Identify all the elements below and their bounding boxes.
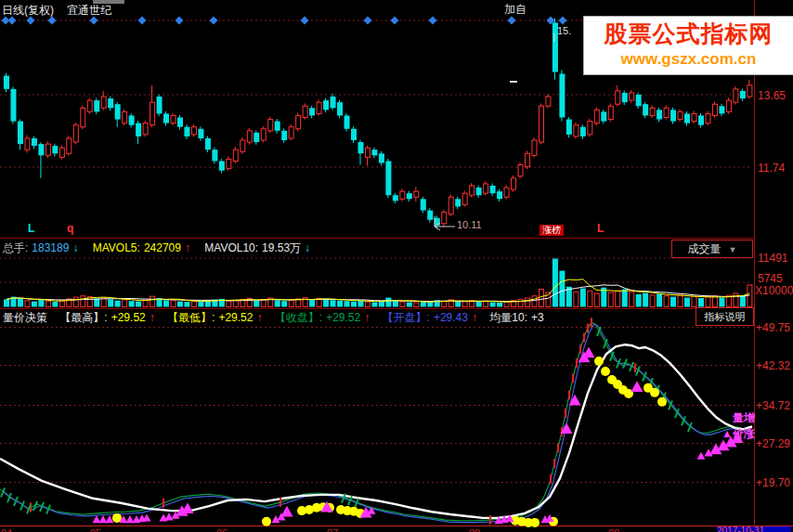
high-arrow-icon: ↑ <box>150 311 155 324</box>
indicator-help-button[interactable]: 指标说明 <box>696 307 754 326</box>
high-price-label: 15. <box>557 26 571 36</box>
price-tick: 13.65 <box>758 89 786 102</box>
junliang-value: +3 <box>531 311 544 324</box>
watermark-url: www.gszx.com.cn <box>584 50 793 69</box>
close-field-label: 【收盘】: <box>275 311 322 324</box>
signal-label-volume-up: 量增 <box>733 410 755 426</box>
indicator-header-row: 量价决策 【最高】:+29.52↑ 【最低】:+29.52↑ 【收盘】:+29.… <box>3 312 548 323</box>
low-arrow-icon: ↑ <box>256 311 262 324</box>
mavol10-value: 19.53万 <box>262 241 301 254</box>
mavol10-arrow-icon: ↓ <box>305 241 310 254</box>
indicator-tick: +49.75 <box>756 321 790 334</box>
indicator-name: 量价决策 <box>3 311 47 324</box>
dropdown-label: 成交量 <box>688 242 722 255</box>
watermark-banner: 股票公式指标网 www.gszx.com.cn <box>583 16 793 75</box>
indicator-tick: +34.72 <box>756 399 790 412</box>
toolbar-fragment[interactable]: 加自 <box>504 4 526 15</box>
indicator-tick: +42.32 <box>756 359 790 372</box>
volume-tick: 5745 <box>758 272 783 285</box>
stock-name: 宜通世纪 <box>67 4 111 17</box>
zongshou-label: 总手: <box>3 241 28 254</box>
chart-canvas <box>0 0 793 532</box>
zongshou-arrow-icon: ↓ <box>72 241 78 254</box>
time-axis-label: 06 <box>216 527 228 532</box>
indicator-tick: +19.70 <box>756 476 790 489</box>
signal-letter-l-red: L <box>597 223 604 234</box>
time-axis-label: 05 <box>90 527 101 532</box>
open-arrow-icon: ↑ <box>472 311 477 324</box>
time-axis-label: 04 <box>1 527 12 532</box>
zhangbang-badge[interactable]: 涨榜 <box>540 225 564 236</box>
chart-title-row: 日线(复权)宜通世纪 <box>2 5 124 16</box>
volume-unit-label: X10000 <box>755 284 793 297</box>
signal-letter-q: q <box>67 223 73 234</box>
volume-indicator-dropdown[interactable]: 成交量▼ <box>671 240 753 258</box>
time-axis-label: 09 <box>608 527 619 532</box>
price-tick: 11.74 <box>758 162 785 175</box>
junliang-label: 均量10: <box>489 311 527 324</box>
volume-tick: 11491 <box>758 252 787 265</box>
volume-header-row: 总手:183189↓ MAVOL5:242709↑ MAVOL10:19.53万… <box>3 242 314 253</box>
low-field-label: 【最低】: <box>167 311 214 324</box>
high-field-value: +29.52 <box>111 311 146 324</box>
watermark-title: 股票公式指标网 <box>584 19 793 49</box>
mavol5-label: MAVOL5: <box>93 241 140 254</box>
mavol10-label: MAVOL10: <box>204 241 258 254</box>
close-arrow-icon: ↑ <box>364 311 370 324</box>
open-field-label: 【开盘】: <box>383 311 430 324</box>
mavol5-arrow-icon: ↑ <box>185 241 190 254</box>
mavol5-value: 242709 <box>144 241 181 254</box>
zongshou-value: 183189 <box>32 241 69 254</box>
high-field-label: 【最高】: <box>59 311 107 324</box>
low-field-value: +29.52 <box>218 311 253 324</box>
low-price-label: 10.11 <box>457 220 482 230</box>
selected-date-fragment: 2017-10-31 <box>717 526 791 532</box>
signal-label-price-up: ▲价涨 <box>722 426 755 442</box>
period-label: 日线(复权) <box>2 4 54 17</box>
indicator-tick: +27.29 <box>756 437 790 450</box>
open-field-value: +29.43 <box>434 311 468 324</box>
close-field-value: +29.52 <box>326 311 360 324</box>
chevron-down-icon: ▼ <box>729 245 737 254</box>
time-axis-label: 07 <box>327 527 338 532</box>
trading-app-window: 日线(复权)宜通世纪 加自 股票公式指标网 www.gszx.com.cn L … <box>0 0 793 532</box>
time-axis-label: 08 <box>469 527 480 532</box>
signal-letter-l-cyan: L <box>28 223 34 234</box>
